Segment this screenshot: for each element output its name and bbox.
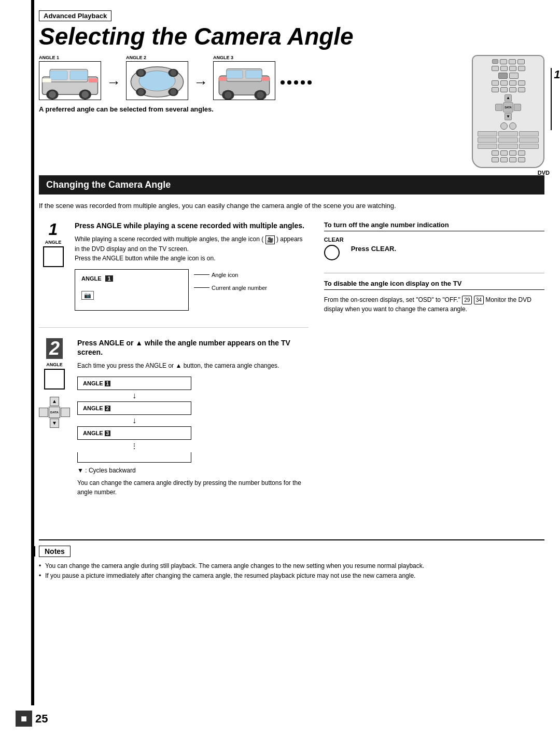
md-right[interactable] — [61, 408, 70, 417]
svg-rect-27 — [246, 70, 262, 78]
step-1-label: ANGLE — [45, 240, 62, 245]
angle-1-image — [39, 61, 101, 100]
dots-container — [281, 80, 312, 85]
angle-3-label: ANGLE 3 — [213, 55, 275, 60]
remote-num-6[interactable] — [519, 137, 539, 143]
r-btn-7 — [509, 66, 516, 71]
angle-arrow-1: ↓ — [77, 390, 191, 401]
remote-num-8[interactable] — [498, 144, 518, 149]
remote-circle-2[interactable] — [509, 122, 516, 130]
dot-4 — [301, 80, 305, 85]
arrow-1: → — [106, 74, 121, 91]
remote-num-1[interactable] — [478, 131, 497, 136]
r-btn-b7 — [509, 157, 516, 162]
annotation-icon-text: Angle icon — [212, 272, 238, 278]
svg-point-5 — [81, 91, 89, 98]
camera-icon-display: 📷 — [81, 291, 94, 300]
step-1-button[interactable] — [43, 246, 64, 267]
svg-point-15 — [170, 89, 176, 95]
remote-num-9[interactable] — [519, 144, 539, 149]
right-title-1: To turn off the angle number indication — [324, 221, 544, 231]
angle-2-image — [126, 61, 188, 100]
remote-dpad-right[interactable] — [514, 104, 521, 111]
step-2-dpad-area: ▲ DATA ▼ — [39, 397, 70, 428]
remote-num-7[interactable] — [478, 144, 497, 149]
r-btn-13 — [492, 87, 499, 92]
r-btn-16 — [518, 87, 525, 92]
breadcrumb: Advanced Playback — [39, 10, 111, 21]
remote-clear-btn[interactable] — [500, 122, 508, 130]
remote-num-5[interactable] — [498, 137, 518, 143]
remote-num-4[interactable] — [478, 137, 497, 143]
right-title-2: To disable the angle icon display on the… — [324, 280, 544, 290]
angle-row-3: ANGLE 3 — [77, 426, 191, 440]
disable-desc: From the on-screen displays, set "OSD" t… — [324, 295, 544, 314]
step-2-label: ANGLE — [46, 362, 63, 367]
angle-arrow-2: ↓ — [77, 415, 191, 426]
remote-num-3[interactable] — [519, 131, 539, 136]
angle-2-item: ANGLE 2 — [126, 55, 188, 100]
car-1-svg — [39, 62, 101, 100]
r-btn-1 — [492, 59, 498, 64]
svg-point-19 — [170, 69, 176, 76]
svg-point-3 — [49, 91, 56, 98]
r-btn-15 — [509, 87, 516, 92]
remote-dpad: ▲ DATA ▼ — [495, 94, 521, 120]
dot-1 — [281, 80, 285, 85]
label-dvd: DVD — [538, 170, 550, 176]
notes-section: Notes You can change the camera angle du… — [39, 539, 544, 581]
r-btn-2 — [500, 59, 507, 64]
remote-num-2[interactable] — [498, 131, 518, 136]
remote-dpad-left[interactable] — [495, 104, 502, 111]
svg-point-23 — [225, 91, 232, 99]
svg-point-25 — [257, 91, 264, 99]
remote-dpad-area: ▲ DATA ▼ — [475, 94, 541, 120]
md-center[interactable]: DATA — [49, 407, 60, 418]
angle-num-1: 1 — [105, 381, 111, 386]
step-2-button[interactable] — [44, 369, 65, 390]
remote-labels-12: 1, 2 — [551, 68, 560, 130]
annotation-icon-line: Angle icon — [194, 272, 238, 278]
header-section: ANGLE 1 — [39, 55, 544, 168]
step-2-num: 2 — [46, 338, 63, 359]
dot-3 — [294, 80, 298, 85]
angle-3-item: ANGLE 3 — [213, 55, 275, 100]
step-2-title: Press ANGLE or ▲ while the angle number … — [77, 338, 309, 357]
angle-icon-inline: 🎥 — [265, 235, 275, 244]
md-left[interactable] — [39, 408, 48, 417]
clear-label: CLEAR — [324, 237, 344, 243]
r-btn-b5 — [492, 157, 499, 162]
angle-2-label: ANGLE 2 — [126, 55, 188, 60]
clear-row: CLEAR Press CLEAR. — [324, 237, 544, 260]
clear-button[interactable] — [324, 245, 340, 260]
preferred-text: A preferred angle can be selected from s… — [39, 105, 461, 113]
remote-wrapper: ▲ DATA ▼ — [472, 55, 544, 168]
r-btn-14 — [500, 87, 508, 92]
svg-rect-7 — [70, 71, 88, 80]
angle-3-image — [213, 61, 275, 100]
remote-dpad-center[interactable]: DATA — [503, 102, 513, 113]
remote-row-bot2 — [475, 157, 541, 162]
step-1-display-box: ANGLE 1 📷 — [75, 269, 189, 311]
right-section-2: To disable the angle icon display on the… — [324, 280, 544, 314]
angle-row-2-label: ANGLE — [83, 405, 105, 411]
remote-dpad-up[interactable]: ▲ — [505, 94, 512, 102]
annotation-line-2 — [194, 287, 209, 288]
step-1: 1 ANGLE Press ANGLE while playing a scen… — [39, 221, 309, 328]
r-btn-4 — [517, 59, 525, 64]
ref-29: 29 — [462, 296, 472, 304]
col-left: 1 ANGLE Press ANGLE while playing a scen… — [39, 221, 309, 524]
car-2-svg — [127, 62, 188, 100]
clear-instruction: Press CLEAR. — [351, 245, 396, 253]
remote-dpad-down[interactable]: ▼ — [505, 113, 512, 120]
svg-rect-6 — [50, 71, 67, 80]
md-down[interactable]: ▼ — [50, 419, 59, 428]
r-btn-9 — [492, 80, 499, 86]
step-1-content: Press ANGLE while playing a scene record… — [75, 221, 309, 317]
annotation-line-1 — [194, 274, 209, 275]
svg-rect-29 — [219, 77, 227, 81]
md-up[interactable]: ▲ — [50, 397, 59, 406]
dot-5 — [307, 80, 312, 85]
r-btn-angle — [498, 73, 508, 79]
r-btn-3 — [509, 59, 516, 64]
